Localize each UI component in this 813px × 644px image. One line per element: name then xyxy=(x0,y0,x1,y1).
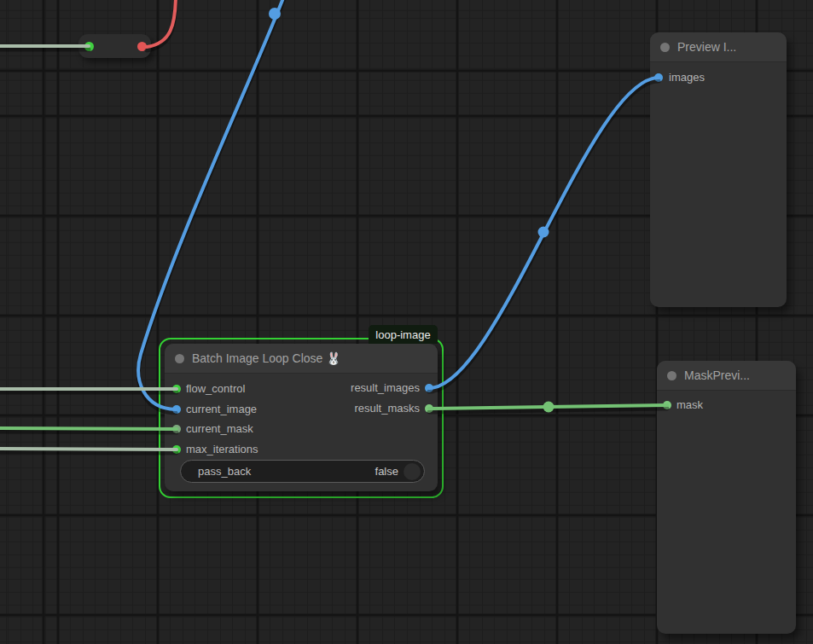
wire-green-masks-to-preview[interactable] xyxy=(429,405,667,409)
node-batch-image-loop-close[interactable]: Batch Image Loop Close 🐰 flow_control cu… xyxy=(165,344,438,491)
wire-red-from-collapsed[interactable] xyxy=(147,0,176,47)
link-midpoint-dot[interactable] xyxy=(538,227,549,238)
input-slot-mask[interactable] xyxy=(663,401,671,409)
node-title: Batch Image Loop Close 🐰 xyxy=(192,351,341,365)
output-label-result-images: result_images xyxy=(351,381,420,394)
collapse-dot-icon[interactable] xyxy=(660,43,670,52)
input-slot-current-mask[interactable] xyxy=(172,425,181,433)
input-slot-current-image[interactable] xyxy=(172,405,181,414)
widget-value: false xyxy=(375,465,398,478)
input-label-current-image: current_image xyxy=(186,403,257,415)
link-midpoint-dot[interactable] xyxy=(269,8,281,20)
wire-blue-results-to-preview[interactable] xyxy=(429,78,659,388)
pass-back-toggle[interactable]: pass_back false xyxy=(180,460,425,483)
input-slot-images[interactable] xyxy=(654,73,663,82)
collapse-dot-icon[interactable] xyxy=(667,371,677,380)
toggle-knob-icon[interactable] xyxy=(404,463,421,480)
widget-name: pass_back xyxy=(198,465,375,478)
input-label-mask: mask xyxy=(677,398,703,411)
input-label-current-mask: current_mask xyxy=(186,422,253,435)
input-label-flow-control: flow_control xyxy=(186,382,245,395)
input-label-images: images xyxy=(669,71,705,84)
node-tag-badge: loop-image xyxy=(369,325,438,344)
collapsed-output-slot[interactable] xyxy=(137,42,147,51)
input-slot-max-iterations[interactable] xyxy=(172,445,181,454)
collapsed-input-slot[interactable] xyxy=(84,42,94,51)
node-title: MaskPrevi... xyxy=(684,368,750,382)
output-slot-result-masks[interactable] xyxy=(425,404,433,413)
node-graph-canvas[interactable]: Batch Image Loop Close 🐰 flow_control cu… xyxy=(0,0,813,644)
output-slot-result-images[interactable] xyxy=(425,384,433,392)
input-slot-flow-control[interactable] xyxy=(172,385,181,393)
link-midpoint-dot[interactable] xyxy=(543,402,555,413)
node-header[interactable]: Preview I... xyxy=(650,32,787,62)
input-label-max-iterations: max_iterations xyxy=(186,443,258,455)
wire-sage-to-max-iterations[interactable] xyxy=(0,449,177,450)
wire-green-to-current-mask[interactable] xyxy=(0,428,177,429)
output-label-result-masks: result_masks xyxy=(354,402,420,415)
collapsed-node[interactable] xyxy=(78,34,151,58)
node-mask-preview[interactable]: MaskPrevi... mask xyxy=(657,361,796,634)
node-preview-image[interactable]: Preview I... images xyxy=(650,32,787,307)
collapse-dot-icon[interactable] xyxy=(175,354,184,363)
node-header[interactable]: MaskPrevi... xyxy=(657,361,796,391)
node-header[interactable]: Batch Image Loop Close 🐰 xyxy=(165,344,438,374)
node-title: Preview I... xyxy=(677,40,736,54)
